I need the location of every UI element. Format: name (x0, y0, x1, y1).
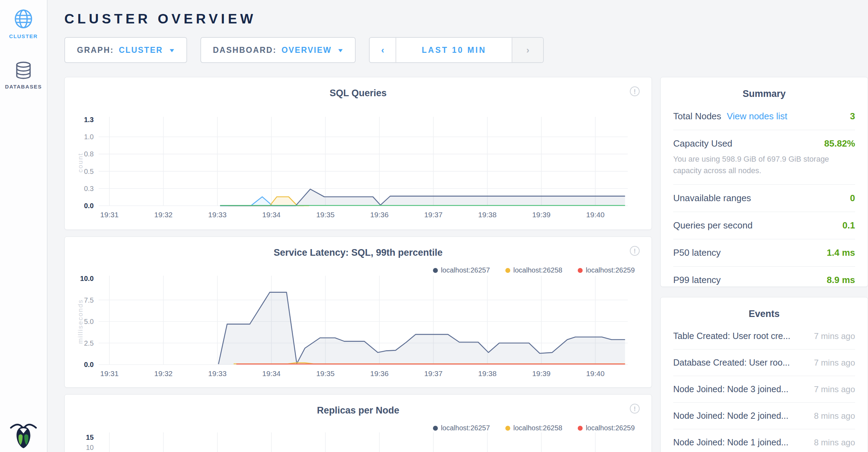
summary-panel: Summary Total NodesView nodes list3Capac… (660, 77, 868, 287)
info-icon[interactable]: ! (630, 246, 640, 256)
svg-text:5.0: 5.0 (84, 318, 94, 325)
legend-dot-icon (433, 268, 438, 273)
svg-text:19:38: 19:38 (478, 211, 497, 219)
replicas-per-node-chart: 1510 (77, 430, 640, 452)
svg-text:0.8: 0.8 (84, 150, 94, 158)
info-icon[interactable]: ! (630, 86, 640, 96)
summary-row-value: 0 (850, 193, 855, 204)
svg-text:1.3: 1.3 (84, 116, 94, 123)
time-forward-button[interactable]: › (512, 38, 543, 62)
svg-text:19:39: 19:39 (532, 211, 551, 219)
svg-text:19:35: 19:35 (316, 211, 335, 219)
svg-text:1.0: 1.0 (84, 133, 94, 141)
events-title: Events (673, 309, 855, 319)
svg-text:19:32: 19:32 (154, 211, 173, 219)
sidebar: CLUSTER DATABASES (0, 0, 48, 452)
charts-column: SQL Queries ! 19:3119:3219:3319:3419:351… (64, 77, 652, 452)
chart-title: Replicas per Node (65, 405, 652, 416)
globe-icon (14, 9, 33, 29)
legend-dot-icon (578, 268, 583, 273)
time-range-picker: ‹ LAST 10 MIN › (369, 37, 544, 63)
sidebar-item-label: CLUSTER (9, 33, 38, 39)
summary-row-label: Queries per second (673, 220, 753, 231)
svg-text:count: count (77, 153, 84, 172)
svg-text:19:38: 19:38 (478, 369, 497, 377)
event-row: Table Created: User root cre...7 mins ag… (673, 323, 855, 349)
svg-text:milliseconds: milliseconds (77, 299, 84, 344)
summary-row-value: 3 (850, 111, 855, 122)
service-latency-chart: 19:3119:3219:3319:3419:3519:3619:3719:38… (77, 273, 640, 378)
svg-text:19:40: 19:40 (586, 369, 605, 377)
svg-text:19:33: 19:33 (208, 369, 227, 377)
summary-row-subtext: You are using 598.9 GiB of 697.9 GiB sto… (673, 153, 855, 176)
svg-text:10.0: 10.0 (80, 275, 94, 282)
database-icon (15, 62, 32, 79)
svg-text:15: 15 (86, 433, 94, 441)
chart-card-sql-queries: SQL Queries ! 19:3119:3219:3319:3419:351… (64, 77, 652, 230)
event-row: Node Joined: Node 1 joined...8 mins ago (673, 429, 855, 452)
view-nodes-list-link[interactable]: View nodes list (727, 111, 787, 122)
chart-card-service-latency: Service Latency: SQL, 99th percentile ! … (64, 236, 652, 388)
summary-row-value: 8.9 ms (827, 275, 855, 285)
svg-text:19:32: 19:32 (154, 369, 173, 377)
svg-text:10: 10 (86, 444, 94, 451)
summary-row-value: 0.1 (842, 220, 855, 231)
chevron-down-icon: ▼ (168, 47, 176, 53)
cockroachdb-logo (0, 421, 47, 449)
cockroach-bug-icon (10, 421, 37, 449)
svg-text:0.5: 0.5 (84, 168, 94, 175)
event-text: Node Joined: Node 2 joined... (673, 411, 788, 421)
svg-text:19:37: 19:37 (424, 369, 443, 377)
chart-card-replicas-per-node: Replicas per Node ! localhost:26257local… (64, 394, 652, 452)
chevron-down-icon: ▼ (337, 47, 344, 53)
sidebar-item-databases[interactable]: DATABASES (0, 62, 47, 90)
event-time: 7 mins ago (814, 331, 855, 341)
summary-rows: Total NodesView nodes list3Capacity Used… (673, 103, 855, 294)
event-time: 7 mins ago (814, 384, 855, 394)
svg-text:2.5: 2.5 (84, 339, 94, 347)
summary-row: P50 latency1.4 ms (673, 239, 855, 266)
info-icon[interactable]: ! (630, 404, 640, 414)
graph-dropdown-label: GRAPH: (77, 45, 114, 55)
svg-text:7.5: 7.5 (84, 296, 94, 304)
side-column: Summary Total NodesView nodes list3Capac… (660, 77, 868, 452)
page-title: CLUSTER OVERVIEW (64, 11, 868, 27)
main-content: CLUSTER OVERVIEW GRAPH: CLUSTER ▼ DASHBO… (48, 0, 868, 452)
graph-dropdown[interactable]: GRAPH: CLUSTER ▼ (64, 37, 187, 63)
chart-title: SQL Queries (65, 88, 652, 99)
summary-row-label: Capacity Used (673, 138, 732, 149)
svg-text:19:35: 19:35 (316, 369, 335, 377)
summary-title: Summary (673, 89, 855, 99)
svg-text:19:31: 19:31 (100, 369, 119, 377)
sql-queries-chart: 19:3119:3219:3319:3419:3519:3619:3719:38… (77, 114, 640, 219)
time-range-label[interactable]: LAST 10 MIN (396, 38, 512, 62)
svg-text:19:31: 19:31 (100, 211, 119, 219)
event-text: Table Created: User root cre... (673, 331, 790, 341)
event-time: 8 mins ago (814, 438, 855, 447)
summary-row: P99 latency8.9 ms (673, 266, 855, 294)
events-panel: Events Table Created: User root cre...7 … (660, 297, 868, 452)
dashboard-dropdown[interactable]: DASHBOARD: OVERVIEW ▼ (200, 37, 356, 63)
summary-row: Unavailable ranges0 (673, 184, 855, 212)
summary-row-value: 85.82% (824, 138, 855, 149)
event-row: Node Joined: Node 2 joined...8 mins ago (673, 403, 855, 429)
event-text: Database Created: User roo... (673, 358, 790, 368)
events-rows: Table Created: User root cre...7 mins ag… (673, 323, 855, 452)
svg-text:19:36: 19:36 (370, 211, 389, 219)
svg-text:19:33: 19:33 (208, 211, 227, 219)
summary-row: Queries per second0.1 (673, 212, 855, 239)
legend-dot-icon (505, 268, 510, 273)
dashboard-dropdown-value: OVERVIEW (282, 45, 332, 55)
svg-text:0.0: 0.0 (84, 202, 94, 210)
controls-bar: GRAPH: CLUSTER ▼ DASHBOARD: OVERVIEW ▼ ‹… (64, 37, 868, 63)
dashboard-content: SQL Queries ! 19:3119:3219:3319:3419:351… (64, 77, 868, 452)
dashboard-dropdown-label: DASHBOARD: (213, 45, 277, 55)
sidebar-item-cluster[interactable]: CLUSTER (0, 9, 47, 39)
svg-text:19:34: 19:34 (262, 369, 281, 377)
summary-row-label: P99 latency (673, 275, 721, 285)
event-time: 7 mins ago (814, 358, 855, 368)
summary-row-label: P50 latency (673, 247, 721, 258)
svg-text:19:39: 19:39 (532, 369, 551, 377)
time-back-button[interactable]: ‹ (370, 38, 396, 62)
chart-title: Service Latency: SQL, 99th percentile (65, 247, 652, 258)
